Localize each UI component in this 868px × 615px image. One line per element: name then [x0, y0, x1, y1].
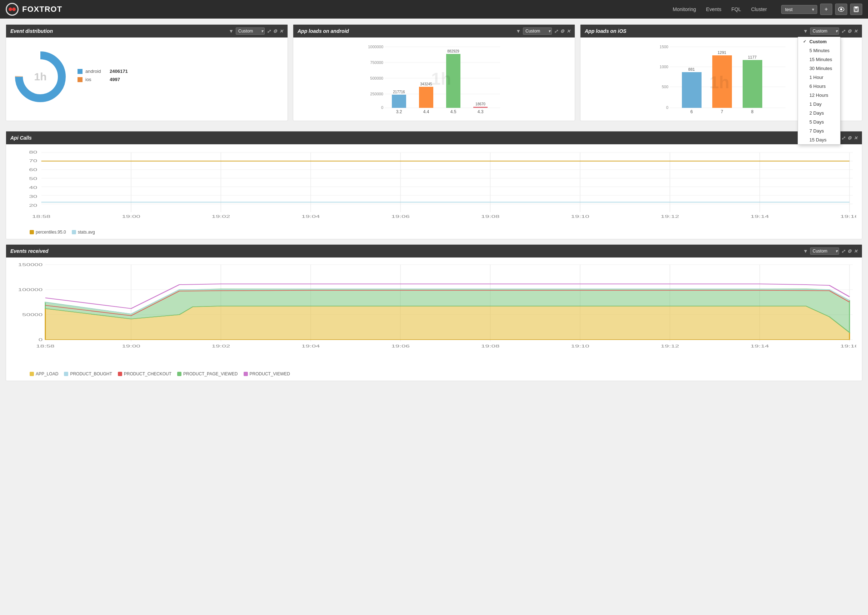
- nav-events[interactable]: Events: [706, 6, 721, 12]
- svg-text:150000: 150000: [18, 262, 43, 267]
- dropdown-item-6hr[interactable]: 6 Hours: [798, 82, 840, 91]
- close-icon-ed[interactable]: ✕: [279, 28, 283, 34]
- app-loads-android-controls: ▼ Custom5 Minutes1 Hour ⤢ ⚙ ✕: [516, 28, 570, 34]
- event-distribution-panel: Event distribution ▼ Custom5 Minutes1 Ho…: [6, 24, 288, 121]
- nav-cluster[interactable]: Cluster: [751, 6, 767, 12]
- ios-color: [78, 77, 83, 82]
- time-select-ali[interactable]: Custom5 Minutes1 Hour: [810, 28, 839, 34]
- nav-monitoring[interactable]: Monitoring: [673, 6, 696, 12]
- svg-rect-3: [855, 7, 858, 9]
- svg-text:4.5: 4.5: [450, 109, 456, 114]
- app-loads-ios-header: App loads on iOS ▼ Custom5 Minutes1 Hour…: [581, 25, 862, 37]
- save-button[interactable]: [850, 3, 862, 15]
- filter-icon[interactable]: ▼: [229, 28, 234, 34]
- app-loads-ios-controls: ▼ Custom5 Minutes1 Hour ⤢ ⚙ ✕: [803, 28, 858, 34]
- filter-icon-er[interactable]: ▼: [803, 248, 808, 254]
- svg-text:40: 40: [29, 185, 37, 190]
- bar-4.3: [473, 107, 487, 108]
- dropdown-item-7days[interactable]: 7 Days: [798, 126, 840, 135]
- settings-icon-ali[interactable]: ⚙: [847, 28, 852, 34]
- time-select-ala[interactable]: Custom5 Minutes1 Hour: [523, 28, 552, 34]
- android-value: 2406171: [110, 69, 128, 74]
- api-calls-body: 80 70 60 50 40 30 20: [6, 144, 862, 239]
- event-distribution-body: 1h android 2406171 ios 4997: [6, 37, 287, 116]
- legend-product-bought: PRODUCT_BOUGHT: [64, 371, 112, 376]
- api-calls-chart: 80 70 60 50 40 30 20: [12, 148, 856, 226]
- svg-text:20: 20: [29, 203, 37, 208]
- expand-icon-ali[interactable]: ⤢: [841, 28, 845, 34]
- svg-text:19:06: 19:06: [391, 214, 410, 219]
- close-icon-ali[interactable]: ✕: [854, 28, 858, 34]
- dropdown-item-15days[interactable]: 15 Days: [798, 135, 840, 144]
- time-select-er[interactable]: Custom5 Minutes1 Hour: [810, 248, 839, 254]
- svg-text:30: 30: [29, 194, 37, 199]
- svg-text:18670: 18670: [475, 102, 486, 106]
- app-loads-ios-panel: App loads on iOS ▼ Custom5 Minutes1 Hour…: [580, 24, 862, 121]
- legend-row-android: android 2406171: [78, 69, 128, 74]
- percentiles-color: [30, 230, 34, 234]
- eye-button[interactable]: [835, 3, 847, 15]
- dropdown-item-30min[interactable]: 30 Minutes: [798, 64, 840, 73]
- settings-icon-ac[interactable]: ⚙: [847, 135, 852, 141]
- dropdown-item-5days[interactable]: 5 Days: [798, 117, 840, 126]
- event-distribution-header: Event distribution ▼ Custom5 Minutes1 Ho…: [6, 25, 287, 37]
- product-bought-color: [64, 372, 68, 376]
- svg-text:882929: 882929: [447, 49, 459, 53]
- svg-text:19:04: 19:04: [301, 214, 320, 219]
- logo: FoxTrot: [6, 3, 62, 16]
- close-icon-er[interactable]: ✕: [854, 248, 858, 254]
- dropdown-item-1hr[interactable]: 1 Hour: [798, 73, 840, 82]
- add-button[interactable]: +: [820, 3, 832, 15]
- filter-icon-ala[interactable]: ▼: [516, 28, 521, 34]
- settings-icon-ala[interactable]: ⚙: [560, 28, 564, 34]
- events-received-panel: Events received ▼ Custom5 Minutes1 Hour …: [6, 244, 862, 381]
- bar-6: [682, 72, 701, 108]
- events-received-title: Events received: [10, 248, 48, 254]
- dropdown-item-12hr[interactable]: 12 Hours: [798, 91, 840, 100]
- time-select-ed[interactable]: Custom5 Minutes1 Hour: [236, 28, 265, 34]
- svg-text:8: 8: [751, 109, 754, 114]
- svg-text:881: 881: [688, 67, 695, 72]
- legend-product-page-viewed: PRODUCT_PAGE_VIEWED: [177, 371, 237, 376]
- product-viewed-label: PRODUCT_VIEWED: [250, 371, 290, 376]
- bar-3.2: [392, 95, 406, 108]
- nav-fql[interactable]: FQL: [731, 6, 741, 12]
- time-select-wrap-er: Custom5 Minutes1 Hour: [810, 248, 839, 254]
- dropdown-item-2days[interactable]: 2 Days: [798, 109, 840, 117]
- nav-links: Monitoring Events FQL Cluster: [673, 6, 767, 12]
- top-row: Event distribution ▼ Custom5 Minutes1 Ho…: [6, 24, 862, 126]
- dropdown-item-5min[interactable]: 5 Minutes: [798, 46, 840, 55]
- product-page-viewed-color: [177, 372, 181, 376]
- svg-text:19:04: 19:04: [301, 344, 320, 348]
- svg-text:19:10: 19:10: [571, 344, 589, 348]
- ios-value: 4997: [110, 77, 120, 82]
- settings-icon-ed[interactable]: ⚙: [273, 28, 277, 34]
- settings-icon-er[interactable]: ⚙: [847, 248, 852, 254]
- svg-text:19:16: 19:16: [840, 344, 856, 348]
- close-icon-ala[interactable]: ✕: [567, 28, 570, 34]
- expand-icon-ala[interactable]: ⤢: [554, 28, 558, 34]
- app-loads-android-header: App loads on android ▼ Custom5 Minutes1 …: [293, 25, 575, 37]
- expand-icon-ed[interactable]: ⤢: [267, 28, 271, 34]
- close-icon-ac[interactable]: ✕: [854, 135, 858, 141]
- logo-text: FoxTrot: [22, 5, 62, 14]
- dropdown-item-15min[interactable]: 15 Minutes: [798, 55, 840, 64]
- dropdown-item-custom[interactable]: ✓Custom: [798, 37, 840, 46]
- expand-icon-er[interactable]: ⤢: [841, 248, 845, 254]
- time-select-wrap-ali: Custom5 Minutes1 Hour: [810, 28, 839, 34]
- svg-text:1h: 1h: [431, 69, 451, 88]
- svg-text:1177: 1177: [748, 55, 757, 59]
- events-received-body: 150000 100000 50000 0: [6, 258, 862, 381]
- svg-text:60: 60: [29, 167, 37, 172]
- dropdown-item-1day[interactable]: 1 Day: [798, 100, 840, 109]
- svg-text:1h: 1h: [34, 71, 47, 83]
- product-checkout-color: [118, 372, 122, 376]
- env-select[interactable]: test production staging: [781, 5, 817, 14]
- expand-icon-ac[interactable]: ⤢: [841, 135, 845, 141]
- svg-point-1: [840, 8, 842, 10]
- svg-text:19:10: 19:10: [571, 214, 589, 219]
- filter-icon-ali[interactable]: ▼: [803, 28, 808, 34]
- time-select-wrap-ed: Custom5 Minutes1 Hour: [236, 28, 265, 34]
- product-bought-label: PRODUCT_BOUGHT: [70, 371, 112, 376]
- header: FoxTrot Monitoring Events FQL Cluster te…: [0, 0, 868, 19]
